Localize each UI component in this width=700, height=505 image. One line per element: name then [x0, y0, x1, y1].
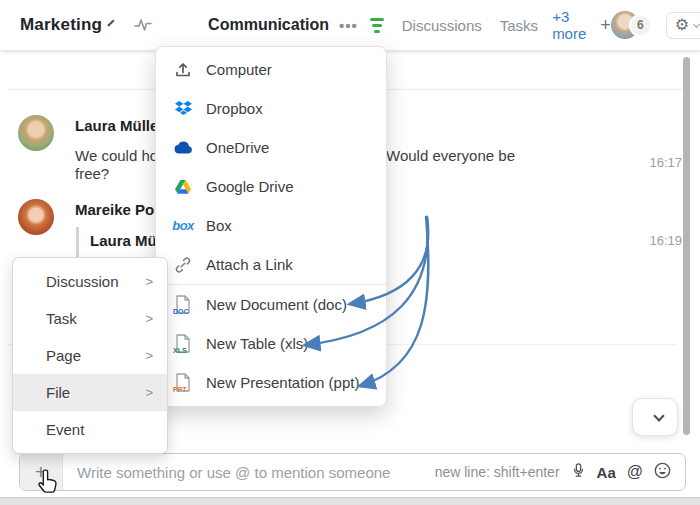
box-icon: box [172, 218, 194, 233]
window-bottom-strip [0, 497, 700, 505]
upload-icon [172, 62, 194, 78]
message-timestamp: 16:19 [649, 233, 682, 248]
menu-item-label: Computer [206, 61, 272, 78]
attach-plus-button[interactable]: + [20, 454, 63, 490]
menu-item-file[interactable]: File > [13, 374, 167, 411]
scrollbar[interactable] [683, 57, 690, 435]
menu-item-discussion[interactable]: Discussion > [13, 263, 167, 300]
add-tab-button[interactable]: + [600, 15, 611, 36]
message-timestamp: 16:17 [649, 155, 682, 170]
message-composer: + new line: shift+enter Aa @ [19, 453, 686, 491]
message-text: Would everyone be [386, 147, 515, 164]
menu-item-label: Task [46, 310, 77, 327]
menu-item-label: Dropbox [206, 100, 263, 117]
room-title[interactable]: Communication [208, 16, 329, 34]
xls-file-icon: XLS [172, 334, 194, 353]
menu-item-new-document[interactable]: DOC New Document (doc) [156, 285, 386, 324]
message-author[interactable]: Laura Müller [75, 117, 164, 134]
menu-item-event[interactable]: Event [13, 411, 167, 448]
top-bar: Marketing Communication ••• Discussions … [0, 0, 700, 50]
message-text: free? [75, 165, 109, 182]
menu-item-task[interactable]: Task > [13, 300, 167, 337]
submenu-chevron-icon: > [145, 348, 153, 363]
gear-icon: ⚙ [675, 17, 689, 33]
menu-item-label: Event [46, 421, 84, 438]
scroll-to-bottom-button[interactable] [632, 398, 678, 436]
menu-item-attach-link[interactable]: Attach a Link [156, 245, 386, 284]
team-switcher[interactable]: Marketing [20, 15, 102, 35]
submenu-chevron-icon: > [145, 274, 153, 289]
tab-tasks[interactable]: Tasks [500, 17, 538, 34]
menu-item-label: New Presentation (ppt) [206, 374, 359, 391]
menu-item-box[interactable]: box Box [156, 206, 386, 245]
filter-icon[interactable] [370, 18, 384, 33]
format-icon[interactable]: Aa [597, 464, 616, 481]
emoji-icon[interactable] [654, 462, 671, 483]
menu-item-label: Discussion [46, 273, 119, 290]
settings-button[interactable]: ⚙ [666, 12, 700, 39]
more-options-icon[interactable]: ••• [339, 17, 358, 34]
chevron-down-icon [693, 20, 700, 27]
onedrive-icon [172, 141, 194, 154]
ppt-file-icon: PPT [172, 373, 194, 392]
menu-item-computer[interactable]: Computer [156, 50, 386, 89]
mention-icon[interactable]: @ [627, 463, 643, 481]
dropbox-icon [172, 101, 194, 116]
app-window: Laura Müller We could hold Would everyon… [0, 0, 700, 505]
link-icon [172, 257, 194, 273]
member-count-badge[interactable]: 6 [629, 14, 652, 37]
chevron-down-icon[interactable] [108, 19, 115, 26]
menu-item-label: File [46, 384, 70, 401]
menu-item-label: Page [46, 347, 81, 364]
mic-icon[interactable] [571, 462, 586, 483]
activity-icon[interactable] [134, 18, 152, 32]
more-tabs-link[interactable]: +3 more [552, 8, 586, 42]
file-source-menu: Computer Dropbox [155, 46, 387, 407]
newline-hint: new line: shift+enter [435, 464, 560, 480]
google-drive-icon [172, 180, 194, 194]
quote-bar [76, 227, 79, 257]
submenu-chevron-icon: > [145, 311, 153, 326]
chevron-down-icon [653, 410, 664, 421]
avatar[interactable] [18, 115, 54, 151]
tab-discussions[interactable]: Discussions [402, 17, 482, 34]
submenu-chevron-icon: > [145, 385, 153, 400]
avatar[interactable] [18, 199, 54, 235]
doc-file-icon: DOC [172, 295, 194, 314]
menu-item-label: OneDrive [206, 139, 269, 156]
menu-item-new-presentation[interactable]: PPT New Presentation (ppt) [156, 363, 386, 402]
menu-item-google-drive[interactable]: Google Drive [156, 167, 386, 206]
menu-item-page[interactable]: Page > [13, 337, 167, 374]
menu-item-label: Google Drive [206, 178, 294, 195]
menu-item-onedrive[interactable]: OneDrive [156, 128, 386, 167]
create-context-menu: Discussion > Task > Page > File > Event [12, 257, 168, 454]
menu-item-new-table[interactable]: XLS New Table (xls) [156, 324, 386, 363]
message-input[interactable] [63, 454, 435, 490]
menu-item-label: Attach a Link [206, 256, 293, 273]
menu-item-label: New Table (xls) [206, 335, 308, 352]
menu-item-dropbox[interactable]: Dropbox [156, 89, 386, 128]
menu-item-label: New Document (doc) [206, 296, 347, 313]
menu-item-label: Box [206, 217, 232, 234]
